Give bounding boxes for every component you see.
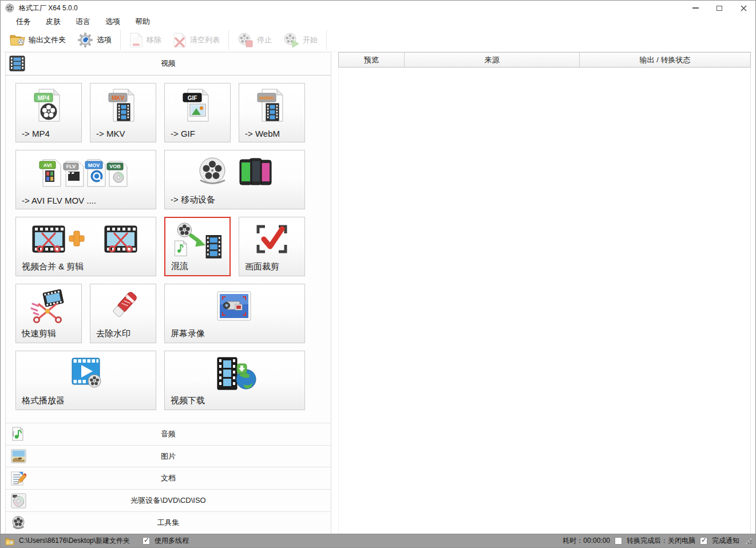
output-folder-icon: [10, 33, 25, 46]
webm-file-icon: webm: [239, 86, 304, 125]
grid-item-remove-watermark[interactable]: 去除水印: [90, 284, 156, 343]
status-bar: C:\Users\86176\Desktop\新建文件夹 使用多线程 耗时：00…: [1, 534, 755, 547]
grid-item-format-player[interactable]: 格式播放器: [15, 351, 156, 410]
svg-text:webm: webm: [259, 95, 274, 101]
grid-item-label: 格式播放器: [22, 395, 65, 406]
grid-item-video-download[interactable]: 视频下载: [164, 351, 305, 410]
minimize-button[interactable]: [686, 1, 705, 15]
grid-item-to-mobile-devices[interactable]: -> 移动设备: [164, 150, 305, 209]
task-list-header: 预览 来源 输出 / 转换状态: [338, 52, 751, 67]
notify-label: 完成通知: [712, 536, 739, 546]
column-header-output-status[interactable]: 输出 / 转换状态: [580, 53, 750, 67]
grid-item-screen-record[interactable]: 屏幕录像: [164, 284, 305, 343]
category-label: 光驱设备\DVD\CD\ISO: [6, 495, 331, 506]
title-bar: 格式工厂 X64 5.0.0: [1, 1, 755, 15]
clear-list-icon: [173, 33, 187, 47]
window-title: 格式工厂 X64 5.0.0: [19, 3, 78, 13]
options-gear-icon: [77, 32, 93, 48]
grid-item-to-mkv[interactable]: MKV -> MKV: [90, 83, 156, 142]
multithread-checkbox[interactable]: [143, 537, 150, 545]
grid-item-label: -> GIF: [171, 129, 195, 138]
column-header-preview[interactable]: 预览: [339, 53, 405, 67]
stop-button[interactable]: 停止: [232, 30, 278, 50]
start-button[interactable]: 开始: [278, 30, 323, 50]
clear-list-label: 清空列表: [190, 35, 220, 45]
avi-flv-mov-files-icon: AVI FLV: [16, 153, 156, 192]
output-path[interactable]: C:\Users\86176\Desktop\新建文件夹: [19, 536, 130, 546]
multithread-label: 使用多线程: [155, 536, 189, 546]
remove-button[interactable]: 移除: [124, 30, 167, 50]
clear-list-button[interactable]: 清空列表: [167, 30, 225, 50]
options-label: 选项: [97, 35, 112, 45]
options-button[interactable]: 选项: [72, 30, 117, 50]
format-player-icon: [16, 354, 156, 393]
grid-item-merge-clip[interactable]: 视频合并 & 剪辑: [15, 217, 156, 276]
grid-item-label: 去除水印: [96, 328, 130, 339]
grid-item-to-avi-flv-mov[interactable]: AVI FLV: [15, 150, 156, 209]
grid-item-label: -> MKV: [96, 129, 125, 138]
output-folder-label: 输出文件夹: [29, 35, 66, 45]
grid-item-to-webm[interactable]: webm -> WebM: [239, 83, 305, 142]
sidebar-category-picture[interactable]: 图片: [6, 445, 331, 467]
task-list-body[interactable]: [338, 67, 751, 534]
grid-item-crop[interactable]: 画面裁剪: [239, 217, 305, 276]
resize-grip[interactable]: [745, 538, 752, 545]
svg-text:GIF: GIF: [188, 94, 197, 101]
svg-text:MKV: MKV: [112, 94, 125, 101]
gif-file-icon: GIF: [165, 86, 230, 125]
svg-text:VOB: VOB: [109, 164, 121, 169]
screen-record-icon: [165, 287, 304, 326]
maximize-button[interactable]: [710, 1, 729, 15]
mobile-devices-icon: [165, 153, 304, 192]
format-sidebar: 视频 MP4 -> MP4: [5, 52, 331, 534]
menu-tasks[interactable]: 任务: [9, 15, 38, 28]
start-label: 开始: [303, 35, 318, 45]
toolbar-separator: [326, 30, 327, 50]
sidebar-category-video[interactable]: 视频: [6, 53, 331, 76]
quick-clip-icon: [16, 287, 81, 326]
sidebar-category-disc[interactable]: 光驱设备\DVD\CD\ISO: [6, 489, 331, 511]
stop-label: 停止: [257, 35, 272, 45]
grid-item-mux[interactable]: 混流: [164, 217, 231, 276]
grid-item-quick-clip[interactable]: 快速剪辑: [15, 284, 82, 343]
close-button[interactable]: [734, 1, 753, 15]
shutdown-after-label: 转换完成后：关闭电脑: [627, 536, 695, 546]
grid-item-label: -> AVI FLV MOV ....: [22, 196, 96, 205]
menu-skin[interactable]: 皮肤: [38, 15, 68, 28]
menu-help[interactable]: 帮助: [128, 15, 157, 28]
category-label: 文档: [6, 473, 331, 483]
eraser-icon: [90, 287, 156, 326]
main-area: 视频 MP4 -> MP4: [1, 52, 755, 534]
grid-item-label: -> 移动设备: [171, 194, 215, 205]
menu-bar: 任务 皮肤 语言 选项 帮助: [1, 15, 755, 28]
toolbar-separator: [228, 30, 229, 50]
grid-item-label: -> WebM: [245, 129, 280, 138]
column-header-source[interactable]: 来源: [405, 53, 580, 67]
notify-checkbox[interactable]: [700, 537, 707, 545]
output-folder-button[interactable]: 输出文件夹: [4, 31, 72, 49]
remove-doc-icon: [129, 33, 143, 47]
menu-options[interactable]: 选项: [98, 15, 128, 28]
elapsed-time: 耗时：00:00:00: [563, 536, 610, 546]
mux-icon: [165, 221, 229, 260]
video-download-icon: [165, 354, 304, 393]
sidebar-category-toolset[interactable]: 工具集: [6, 511, 331, 534]
grid-item-to-mp4[interactable]: MP4 -> MP4: [15, 83, 82, 142]
sidebar-category-document[interactable]: 文档: [6, 467, 331, 489]
output-folder-small-icon: [5, 537, 14, 545]
grid-item-label: -> MP4: [22, 129, 50, 138]
menu-language[interactable]: 语言: [68, 15, 98, 28]
toolbar: 输出文件夹 选项: [1, 28, 755, 52]
stop-icon: [238, 32, 254, 48]
category-label: 音频: [6, 429, 331, 439]
svg-text:AVI: AVI: [43, 162, 52, 168]
video-merge-clip-icon: [16, 220, 156, 259]
shutdown-after-checkbox[interactable]: [615, 537, 622, 545]
maximize-icon: [717, 6, 722, 11]
sidebar-category-audio[interactable]: 音频: [6, 423, 331, 445]
close-icon: [741, 5, 747, 11]
grid-item-to-gif[interactable]: GIF -> GIF: [164, 83, 231, 142]
svg-text:FLV: FLV: [66, 164, 76, 169]
app-icon: [5, 3, 14, 13]
toolbar-separator: [120, 30, 121, 50]
